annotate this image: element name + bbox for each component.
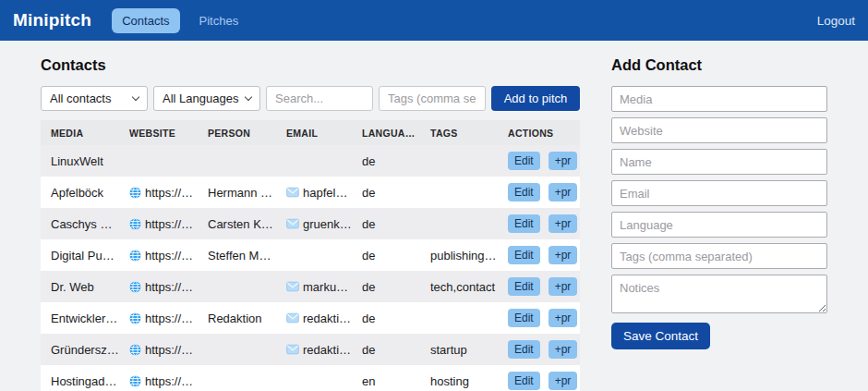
add-to-pitch-row-button[interactable]: +pr [549, 152, 578, 170]
add-to-pitch-row-button[interactable]: +pr [549, 340, 578, 359]
main-content: Contacts All contacts All Languages Add … [0, 41, 868, 391]
cell-actions: Edit+pr [498, 365, 580, 391]
table-row: LinuxWeltdeEdit+pr [41, 145, 580, 177]
nav-tab-pitches[interactable]: Pitches [189, 8, 249, 33]
chevron-down-icon [132, 93, 139, 101]
cell-email: marku… [276, 271, 352, 302]
cell-actions: Edit+pr [498, 145, 580, 177]
cell-tags [420, 208, 498, 239]
cell-website: https://… [119, 302, 198, 334]
edit-button[interactable]: Edit [508, 246, 540, 264]
cell-email: redakti… [276, 334, 352, 365]
globe-icon [129, 344, 141, 356]
cell-website: https://… [119, 271, 198, 302]
cell-media: Entwickler… [41, 302, 119, 334]
add-to-pitch-row-button[interactable]: +pr [549, 277, 578, 296]
save-contact-button[interactable]: Save Contact [611, 323, 710, 349]
cell-actions: Edit+pr [498, 208, 580, 239]
cell-actions: Edit+pr [498, 302, 580, 334]
tags-filter-input[interactable] [379, 86, 486, 111]
table-header: MEDIA WEBSITE PERSON EMAIL LANGUA… TAGS … [41, 120, 580, 145]
tags-field[interactable] [611, 243, 827, 269]
cell-website: https://… [119, 334, 198, 365]
cell-tags: publishing… [420, 239, 498, 271]
name-field[interactable] [611, 149, 827, 175]
cell-actions: Edit+pr [498, 177, 580, 208]
cell-language: de [352, 145, 420, 177]
nav-tabs: Contacts Pitches [112, 8, 248, 33]
cell-media: Caschys … [41, 208, 119, 239]
table-row: Caschys …https://…Carsten K…gruenk…deEdi… [41, 208, 580, 239]
add-contact-panel: Add Contact Save Contact [611, 56, 827, 391]
cell-website: https://… [119, 208, 198, 239]
language-field[interactable] [611, 212, 827, 238]
contacts-title: Contacts [41, 56, 580, 74]
cell-email [276, 239, 352, 271]
globe-icon [129, 218, 141, 230]
cell-website: https://… [119, 365, 198, 391]
cell-language: en [352, 365, 420, 391]
language-filter-select[interactable]: All Languages [153, 86, 260, 111]
table-row: Gründersz…https://…redakti…destartupEdit… [41, 334, 580, 365]
cell-tags [420, 145, 498, 177]
edit-button[interactable]: Edit [508, 152, 540, 170]
col-header-email: EMAIL [276, 128, 352, 139]
globe-icon [129, 312, 141, 324]
cell-language: de [352, 302, 420, 334]
table-row: Hostingad…https://…enhostingEdit+pr [41, 365, 580, 391]
logout-link[interactable]: Logout [817, 14, 855, 28]
edit-button[interactable]: Edit [508, 340, 540, 359]
cell-tags [420, 177, 498, 208]
website-field[interactable] [611, 117, 827, 143]
globe-icon [129, 250, 141, 262]
media-field[interactable] [611, 86, 827, 112]
add-to-pitch-row-button[interactable]: +pr [549, 372, 578, 390]
envelope-icon [286, 218, 299, 229]
cell-language: de [352, 208, 420, 239]
cell-language: de [352, 271, 420, 302]
cell-website [119, 145, 198, 177]
cell-person [198, 334, 276, 365]
language-filter-value: All Languages [163, 92, 238, 105]
cell-email [276, 145, 352, 177]
search-input[interactable] [266, 86, 373, 111]
cell-media: LinuxWelt [41, 145, 119, 177]
add-to-pitch-row-button[interactable]: +pr [549, 183, 578, 202]
contact-filter-select[interactable]: All contacts [41, 86, 148, 111]
cell-actions: Edit+pr [498, 271, 580, 302]
cell-person: Hermann … [198, 177, 276, 208]
add-to-pitch-button[interactable]: Add to pitch [491, 86, 580, 111]
table-row: Apfelböckhttps://…Hermann …hapfel…deEdit… [41, 177, 580, 208]
email-field[interactable] [611, 180, 827, 206]
col-header-website: WEBSITE [119, 128, 198, 139]
cell-media: Gründersz… [41, 334, 119, 365]
edit-button[interactable]: Edit [508, 372, 540, 390]
cell-media: Apfelböck [41, 177, 119, 208]
edit-button[interactable]: Edit [508, 277, 540, 296]
cell-website: https://… [119, 239, 198, 271]
add-to-pitch-row-button[interactable]: +pr [549, 214, 578, 233]
cell-language: de [352, 177, 420, 208]
notices-field[interactable] [611, 275, 827, 313]
envelope-icon [286, 281, 299, 292]
cell-person: Steffen M… [198, 239, 276, 271]
cell-language: de [352, 239, 420, 271]
add-to-pitch-row-button[interactable]: +pr [549, 246, 578, 264]
cell-person [198, 145, 276, 177]
table-row: Dr. Webhttps://…marku…detech,contactEdit… [41, 271, 580, 302]
edit-button[interactable]: Edit [508, 309, 540, 327]
app-brand: Minipitch [13, 10, 91, 31]
cell-email: hapfel… [276, 177, 352, 208]
cell-email: redakti… [276, 302, 352, 334]
cell-actions: Edit+pr [498, 334, 580, 365]
cell-media: Dr. Web [41, 271, 119, 302]
col-header-actions: ACTIONS [498, 128, 580, 139]
nav-tab-contacts[interactable]: Contacts [112, 8, 179, 33]
cell-media: Digital Pu… [41, 239, 119, 271]
cell-tags [420, 302, 498, 334]
edit-button[interactable]: Edit [508, 214, 540, 233]
add-to-pitch-row-button[interactable]: +pr [549, 309, 578, 327]
table-row: Entwickler…https://…Redaktionredakti…deE… [41, 302, 580, 334]
edit-button[interactable]: Edit [508, 183, 540, 202]
cell-person [198, 365, 276, 391]
